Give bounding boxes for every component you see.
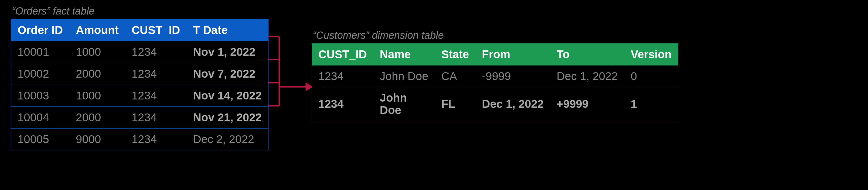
table-cell: Nov 1, 2022 (186, 41, 268, 63)
customers-table: CUST_ID Name State From To Version 1234J… (312, 43, 678, 121)
table-row: 1000110001234Nov 1, 2022 (11, 41, 269, 63)
table-cell: Dec 1, 2022 (475, 87, 550, 121)
table-row: 1000420001234Nov 21, 2022 (11, 107, 269, 128)
table-cell: 9000 (69, 128, 125, 150)
customers-table-block: “Customers” dimension table CUST_ID Name… (312, 30, 678, 121)
table-cell: CA (435, 66, 475, 87)
customers-caption: “Customers” dimension table (312, 30, 678, 41)
table-cell: 1234 (312, 87, 373, 121)
table-cell: 10004 (11, 107, 70, 128)
table-cell: 1234 (125, 107, 187, 128)
table-cell: 10001 (11, 41, 70, 63)
orders-caption: “Orders” fact table (11, 5, 269, 17)
svg-marker-6 (306, 83, 312, 90)
table-cell: 0 (624, 66, 678, 87)
col-to: To (550, 44, 624, 66)
table-cell: Nov 14, 2022 (186, 85, 268, 107)
table-cell: Dec 1, 2022 (550, 66, 624, 87)
table-row: 1234JohnDoeFLDec 1, 2022+99991 (312, 87, 678, 121)
customers-header-row: CUST_ID Name State From To Version (312, 44, 678, 66)
table-cell: 1000 (69, 85, 125, 107)
table-cell: 10003 (11, 85, 70, 107)
table-row: 1234John DoeCA-9999Dec 1, 20220 (312, 66, 678, 87)
table-cell: +9999 (550, 87, 624, 121)
table-row: 1000220001234Nov 7, 2022 (11, 63, 269, 85)
col-from: From (475, 44, 550, 66)
col-cust-id: CUST_ID (125, 20, 187, 41)
table-cell: 1234 (125, 128, 187, 150)
col-cust-id2: CUST_ID (312, 44, 373, 66)
table-row: 1000590001234Dec 2, 2022 (11, 128, 269, 150)
table-cell: 1234 (312, 66, 373, 87)
relation-arrow (269, 5, 312, 157)
col-t-date: T Date (186, 20, 268, 41)
orders-header-row: Order ID Amount CUST_ID T Date (11, 20, 269, 41)
table-cell: Nov 7, 2022 (186, 63, 268, 85)
table-cell: FL (435, 87, 475, 121)
table-cell: -9999 (475, 66, 550, 87)
table-cell: 1 (624, 87, 678, 121)
col-amount: Amount (69, 20, 125, 41)
table-cell: Nov 21, 2022 (186, 107, 268, 128)
table-row: 1000310001234Nov 14, 2022 (11, 85, 269, 107)
col-order-id: Order ID (11, 20, 70, 41)
table-cell: Dec 2, 2022 (186, 128, 268, 150)
col-state: State (435, 44, 475, 66)
orders-table: Order ID Amount CUST_ID T Date 100011000… (11, 19, 269, 150)
table-cell: 2000 (69, 63, 125, 85)
table-cell: 10005 (11, 128, 70, 150)
table-cell: 10002 (11, 63, 70, 85)
table-cell: 1234 (125, 41, 187, 63)
table-cell: JohnDoe (373, 87, 435, 121)
table-cell: 2000 (69, 107, 125, 128)
col-name: Name (373, 44, 435, 66)
table-cell: 1234 (125, 63, 187, 85)
table-cell: John Doe (373, 66, 435, 87)
col-version: Version (624, 44, 678, 66)
table-cell: 1234 (125, 85, 187, 107)
orders-table-block: “Orders” fact table Order ID Amount CUST… (11, 5, 269, 150)
table-cell: 1000 (69, 41, 125, 63)
